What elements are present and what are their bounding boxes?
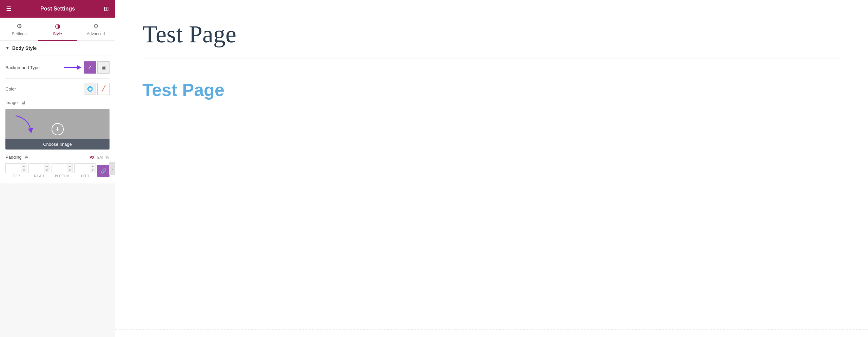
body-style-section-header[interactable]: ▼ Body Style xyxy=(0,41,115,56)
padding-top-down[interactable]: ▼ xyxy=(21,168,27,173)
padding-label-group: Padding 🖥 xyxy=(5,154,29,160)
main-content: Test Page Test Page xyxy=(115,0,868,337)
sidebar-header: ☰ Post Settings ⊞ xyxy=(0,0,115,18)
padding-right-spinners: ▲ ▼ xyxy=(44,164,50,173)
padding-left-wrapper: ▲ ▼ xyxy=(74,163,96,173)
padding-right-group: ▲ ▼ RIGHT xyxy=(28,163,50,178)
padding-left-up[interactable]: ▲ xyxy=(90,164,96,168)
style-icon: ◑ xyxy=(55,22,60,30)
collapse-arrow-icon: ▼ xyxy=(5,46,9,51)
choose-image-overlay: Choose Image xyxy=(5,139,110,150)
padding-right-down[interactable]: ▼ xyxy=(44,168,50,173)
padding-left-group: ▲ ▼ LEFT xyxy=(74,163,96,178)
settings-icon: ⚙ xyxy=(17,22,22,30)
tab-style[interactable]: ◑ Style xyxy=(38,18,77,41)
collapse-handle[interactable]: ‹ xyxy=(109,162,115,175)
body-style-label: Body Style xyxy=(12,45,37,51)
bg-type-classic-btn[interactable]: ✓ xyxy=(84,61,96,74)
unit-percent[interactable]: % xyxy=(105,155,110,160)
padding-bottom-down[interactable]: ▼ xyxy=(67,168,73,173)
image-label-row: Image 🖥 xyxy=(5,100,110,105)
padding-left-input[interactable] xyxy=(75,164,90,173)
color-row: Color 🌐 ╱ xyxy=(5,83,110,95)
plus-circle-icon: + xyxy=(52,123,64,135)
padding-right-input[interactable] xyxy=(29,164,44,173)
padding-top-group: ▲ ▼ TOP xyxy=(5,163,27,178)
tab-style-label: Style xyxy=(53,32,62,36)
padding-inputs: ▲ ▼ TOP ▲ ▼ RIGHT xyxy=(5,163,110,178)
padding-top-wrapper: ▲ ▼ xyxy=(5,163,27,173)
background-type-row: Background Type ✓ ▣ xyxy=(5,61,110,74)
divider1 xyxy=(5,78,110,79)
padding-bottom-up[interactable]: ▲ xyxy=(67,164,73,168)
page-title-large: Test Page xyxy=(142,20,841,48)
background-type-label: Background Type xyxy=(5,65,40,70)
page-title-blue: Test Page xyxy=(142,80,841,100)
padding-top-spinners: ▲ ▼ xyxy=(21,164,27,173)
padding-bottom-group: ▲ ▼ BOTTOM xyxy=(52,163,73,178)
choose-image-label: Choose Image xyxy=(43,142,72,147)
background-type-buttons: ✓ ▣ xyxy=(84,61,110,74)
tabs-container: ⚙ Settings ◑ Style ⚙ Advanced xyxy=(0,18,115,41)
advanced-icon: ⚙ xyxy=(93,22,99,30)
padding-link-btn[interactable]: 🔗 xyxy=(97,165,110,177)
image-label: Image xyxy=(5,100,18,105)
padding-top-up[interactable]: ▲ xyxy=(21,164,27,168)
padding-top-label: TOP xyxy=(13,174,20,178)
padding-bottom-label: BOTTOM xyxy=(55,174,70,178)
padding-label: Padding xyxy=(5,155,22,160)
sidebar-title: Post Settings xyxy=(40,6,75,12)
padding-top-input[interactable] xyxy=(6,164,21,173)
hamburger-icon[interactable]: ☰ xyxy=(6,5,12,13)
tab-settings-label: Settings xyxy=(12,32,26,36)
unit-em[interactable]: EM xyxy=(97,155,104,160)
dashed-bottom-line xyxy=(115,330,868,330)
padding-left-spinners: ▲ ▼ xyxy=(90,164,96,173)
padding-left-down[interactable]: ▼ xyxy=(90,168,96,173)
page-content-area: Test Page Test Page xyxy=(115,0,868,337)
monitor-icon: 🖥 xyxy=(20,100,25,105)
grid-icon[interactable]: ⊞ xyxy=(104,5,109,13)
color-custom-btn[interactable]: ╱ xyxy=(97,83,110,95)
bg-type-other-btn[interactable]: ▣ xyxy=(97,61,110,74)
padding-bottom-input[interactable] xyxy=(52,164,67,173)
sidebar: ☰ Post Settings ⊞ ⚙ Settings ◑ Style ⚙ A… xyxy=(0,0,115,337)
padding-left-label: LEFT xyxy=(81,174,89,178)
tab-advanced-label: Advanced xyxy=(87,32,105,36)
padding-bottom-wrapper: ▲ ▼ xyxy=(52,163,73,173)
image-arrow-annotation xyxy=(12,112,39,139)
padding-right-wrapper: ▲ ▼ xyxy=(28,163,50,173)
body-style-section-body: Background Type ✓ ▣ xyxy=(0,56,115,183)
image-upload-area[interactable]: + Choose Image xyxy=(5,109,110,150)
color-buttons: 🌐 ╱ xyxy=(84,83,110,95)
unit-buttons: PX EM % xyxy=(89,155,110,160)
padding-header: Padding 🖥 PX EM % xyxy=(5,154,110,160)
arrow-annotation xyxy=(64,64,82,71)
unit-px[interactable]: PX xyxy=(89,155,95,160)
page-divider xyxy=(142,59,841,59)
color-label: Color xyxy=(5,86,16,92)
padding-right-label: RIGHT xyxy=(34,174,44,178)
color-global-btn[interactable]: 🌐 xyxy=(84,83,96,95)
tab-advanced[interactable]: ⚙ Advanced xyxy=(77,18,115,41)
padding-bottom-spinners: ▲ ▼ xyxy=(67,164,73,173)
panel-content: ▼ Body Style Background Type xyxy=(0,41,115,337)
padding-right-up[interactable]: ▲ xyxy=(44,164,50,168)
padding-monitor-icon: 🖥 xyxy=(24,154,29,160)
tab-settings[interactable]: ⚙ Settings xyxy=(0,18,38,41)
